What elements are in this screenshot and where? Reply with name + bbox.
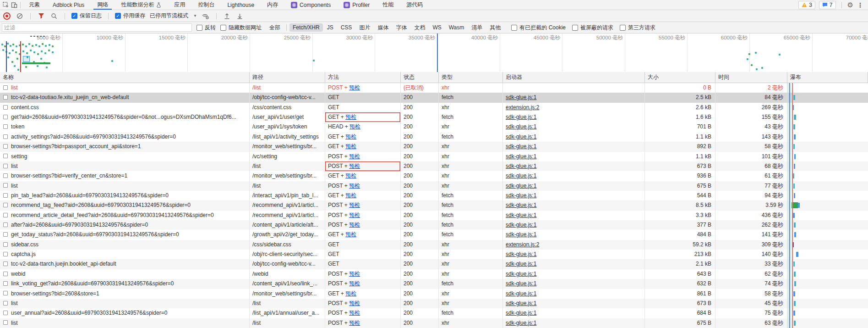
initiator-link[interactable]: sdk-glue.js:1 [506, 271, 536, 277]
request-row[interactable]: link_voting_get?aid=2608&uuid=6979030319… [0, 279, 868, 289]
status-cell[interactable]: 200 [401, 250, 439, 259]
type-cell[interactable]: xhr [439, 83, 503, 93]
initiator-link[interactable]: sdk-glue.js:1 [506, 133, 536, 140]
export-har-icon[interactable] [236, 12, 244, 20]
request-name-cell[interactable]: link_voting_get?aid=2608&uuid=6979030319… [0, 279, 250, 289]
waterfall-cell[interactable] [787, 279, 868, 289]
initiator-cell[interactable]: sdk-glue.js:1 [503, 220, 645, 230]
request-method-cell[interactable]: POST + 预检 [325, 308, 401, 318]
device-toolbar-icon[interactable] [10, 1, 18, 9]
initiator-cell[interactable]: sdk-glue.js:1 [503, 142, 645, 151]
initiator-cell[interactable]: sdk-glue.js:1 [503, 161, 645, 171]
request-name-cell[interactable]: content.css [0, 103, 250, 112]
status-cell[interactable]: 200 [401, 132, 439, 142]
column-header-状态[interactable]: 状态 [401, 72, 439, 83]
tab-性能[interactable]: 性能 [376, 0, 400, 10]
initiator-link[interactable]: sdk-glue.js:1 [506, 114, 536, 120]
preflight-link[interactable]: 预检 [349, 123, 360, 130]
waterfall-cell[interactable] [787, 191, 868, 200]
search-icon[interactable] [50, 12, 58, 20]
preflight-link[interactable]: 预检 [349, 84, 360, 91]
request-name-cell[interactable]: browser-settings?bid=verify_center_cn&st… [0, 171, 250, 181]
request-method-cell[interactable]: GET [325, 93, 401, 102]
column-header-路径[interactable]: 路径 [250, 72, 325, 83]
preflight-link[interactable]: 预检 [349, 310, 360, 316]
record-network-log-button[interactable] [3, 12, 11, 20]
request-name-cell[interactable]: list [0, 83, 250, 93]
import-har-icon[interactable] [223, 12, 231, 20]
request-name-cell[interactable]: tcc-v2-data-ttarch.juejin.booklet_api-de… [0, 259, 250, 269]
filter-type-全部[interactable]: 全部 [266, 23, 284, 33]
type-cell[interactable]: xhr [439, 259, 503, 269]
request-row[interactable]: pin_tab_lead?aid=2608&uuid=6979030319413… [0, 191, 868, 200]
type-cell[interactable]: xhr [439, 122, 503, 132]
network-conditions-icon[interactable] [202, 12, 210, 20]
initiator-link[interactable]: sdk-glue.js:1 [506, 172, 536, 179]
request-name-cell[interactable]: get_today_status?aid=2608&uuid=697903031… [0, 230, 250, 239]
request-row[interactable]: user_annual?aid=2608&uuid=69790303194132… [0, 308, 868, 318]
tab-Profiler[interactable]: Profiler [337, 0, 376, 10]
request-path-cell[interactable]: /list [250, 318, 325, 328]
initiator-cell[interactable]: sdk-glue.js:1 [503, 279, 645, 289]
waterfall-cell[interactable] [787, 171, 868, 181]
request-row[interactable]: list/listPOST + 预检200xhrsdk-glue.js:1673… [0, 299, 868, 308]
request-path-cell[interactable]: /css/content.css [250, 103, 325, 112]
status-cell[interactable]: 200 [401, 152, 439, 161]
request-method-cell[interactable]: POST + 预检 [325, 161, 401, 171]
request-name-cell[interactable]: token [0, 122, 250, 132]
preflight-link[interactable]: 预检 [349, 280, 360, 287]
request-name-cell[interactable]: list [0, 181, 250, 191]
initiator-link[interactable]: sdk-glue.js:1 [506, 212, 536, 218]
initiator-link[interactable]: sdk-glue.js:1 [506, 310, 536, 316]
row-checkbox[interactable] [3, 154, 8, 158]
request-method-cell[interactable]: POST + 预检 [325, 299, 401, 308]
request-name-cell[interactable]: tcc-v2-data-toutiao.fe.xitu_juejin_cn_we… [0, 93, 250, 102]
type-cell[interactable]: xhr [439, 152, 503, 161]
initiator-cell[interactable]: sdk-glue.js:1 [503, 132, 645, 142]
status-cell[interactable]: 200 [401, 279, 439, 289]
request-name-cell[interactable]: captcha.js [0, 250, 250, 259]
type-cell[interactable]: fetch [439, 132, 503, 142]
request-path-cell[interactable]: /monitor_web/settings/br... [250, 142, 325, 151]
status-cell[interactable]: 200 [401, 220, 439, 230]
request-row[interactable]: sidebar.css/css/sidebar.cssGET200xhrexte… [0, 240, 868, 250]
waterfall-cell[interactable] [787, 220, 868, 230]
initiator-link[interactable]: extension.js:2 [506, 241, 539, 248]
request-method-cell[interactable]: GET [325, 250, 401, 259]
request-method-cell[interactable]: GET [325, 240, 401, 250]
initiator-cell[interactable]: sdk-glue.js:1 [503, 191, 645, 200]
type-cell[interactable]: fetch [439, 220, 503, 230]
row-checkbox[interactable] [3, 301, 8, 306]
request-method-cell[interactable]: POST + 预检 [325, 269, 401, 279]
request-path-cell[interactable]: /content_api/v1/seo/link_... [250, 279, 325, 289]
initiator-cell[interactable]: sdk-glue.js:1 [503, 259, 645, 269]
status-cell[interactable]: 200 [401, 259, 439, 269]
filter-type-CSS[interactable]: CSS [338, 23, 355, 32]
request-path-cell[interactable]: /list [250, 83, 325, 93]
initiator-cell[interactable]: extension.js:2 [503, 103, 645, 112]
column-header-方法[interactable]: 方法 [325, 72, 401, 83]
row-checkbox[interactable] [3, 261, 8, 266]
request-method-cell[interactable]: POST + 预检 [325, 318, 401, 328]
row-checkbox[interactable] [3, 242, 8, 247]
request-row[interactable]: tcc-v2-data-toutiao.fe.xitu_juejin_cn_we… [0, 93, 868, 102]
filter-checkbox-被屏蔽的请求[interactable]: 被屏蔽的请求 [572, 24, 613, 32]
row-checkbox[interactable] [3, 272, 8, 276]
settings-gear-icon[interactable]: ⚙ [847, 1, 853, 9]
initiator-link[interactable]: sdk-glue.js:1 [506, 261, 536, 267]
request-method-cell[interactable]: GET + 预检 [325, 230, 401, 239]
filter-type-媒体[interactable]: 媒体 [374, 23, 392, 33]
status-cell[interactable]: 200 [401, 200, 439, 210]
tab-控制台[interactable]: 控制台 [191, 0, 221, 10]
request-name-cell[interactable]: recommend_tag_feed?aid=2608&uuid=6979030… [0, 200, 250, 210]
request-name-cell[interactable]: get?aid=2608&uuid=6979030319413249576&sp… [0, 112, 250, 122]
filter-input[interactable] [2, 23, 192, 32]
type-cell[interactable]: xhr [439, 181, 503, 191]
request-method-cell[interactable]: GET [325, 103, 401, 112]
preflight-link[interactable]: 预检 [345, 192, 356, 199]
waterfall-cell[interactable] [787, 211, 868, 220]
column-header-时间[interactable]: 时间 [715, 72, 787, 83]
request-path-cell[interactable]: /list_api/v1/annual/user_a... [250, 308, 325, 318]
request-method-cell[interactable]: GET + 预检 [325, 171, 401, 181]
initiator-link[interactable]: sdk-glue.js:1 [506, 300, 536, 306]
